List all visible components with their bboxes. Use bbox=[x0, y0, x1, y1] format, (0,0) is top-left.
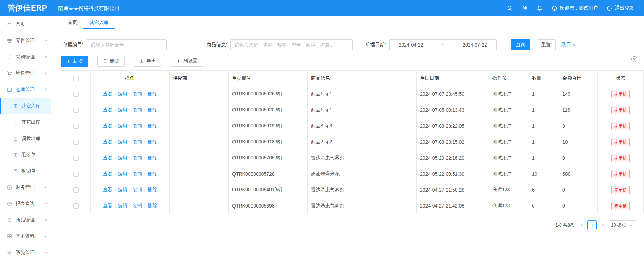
row-action-view[interactable]: 查看 bbox=[103, 139, 112, 144]
row-action-copy[interactable]: 复制 bbox=[133, 187, 142, 192]
order-no-input[interactable] bbox=[87, 39, 167, 50]
export-button[interactable]: 导出 bbox=[134, 56, 161, 67]
row-action-edit[interactable]: 编辑 bbox=[118, 171, 127, 176]
row-action-delete[interactable]: 删除 bbox=[147, 155, 157, 160]
date-to-value[interactable]: 2024-07-22 bbox=[463, 42, 487, 48]
row-action-view[interactable]: 查看 bbox=[103, 203, 112, 208]
help-icon[interactable]: ? bbox=[631, 56, 637, 62]
row-action-edit[interactable]: 编辑 bbox=[118, 123, 127, 128]
next-page-arrow[interactable]: > bbox=[600, 222, 604, 228]
row-action-copy[interactable]: 复制 bbox=[133, 91, 142, 96]
row-action-view[interactable]: 查看 bbox=[103, 107, 112, 112]
select-all-checkbox[interactable] bbox=[73, 76, 79, 81]
bank-icon[interactable] bbox=[522, 5, 528, 11]
action-separator: | bbox=[144, 91, 145, 96]
sidebar-item-home[interactable]: 首页 bbox=[0, 16, 51, 33]
export-button-label: 导出 bbox=[146, 58, 156, 64]
sidebar-item-finance[interactable]: 财务管理 bbox=[0, 179, 51, 196]
page-size-value: 10 条/页 bbox=[611, 222, 627, 228]
row-action-edit[interactable]: 编辑 bbox=[118, 203, 127, 208]
warehouse-box-icon bbox=[7, 87, 12, 92]
logout-button[interactable]: 退出登录 bbox=[607, 5, 634, 11]
row-action-delete[interactable]: 删除 bbox=[147, 187, 157, 192]
reset-button[interactable]: 重置 bbox=[537, 39, 556, 50]
row-checkbox[interactable] bbox=[73, 203, 79, 209]
row-action-edit[interactable]: 编辑 bbox=[118, 107, 127, 112]
sidebar-item-basic-data[interactable]: 基本资料 bbox=[0, 228, 51, 245]
row-checkbox[interactable] bbox=[73, 124, 79, 129]
row-action-view[interactable]: 查看 bbox=[103, 171, 112, 176]
status-badge: 未审核 bbox=[611, 154, 630, 162]
product-info-input[interactable] bbox=[230, 39, 353, 50]
row-action-view[interactable]: 查看 bbox=[103, 155, 112, 160]
row-checkbox[interactable] bbox=[73, 108, 79, 113]
row-action-edit[interactable]: 编辑 bbox=[118, 91, 127, 96]
page-number-button[interactable]: 1 bbox=[587, 220, 597, 230]
sidebar-item-warehouse[interactable]: 仓库管理 bbox=[0, 82, 51, 98]
sidebar-item-label: 基本资料 bbox=[16, 233, 35, 239]
search-icon[interactable] bbox=[507, 5, 513, 11]
add-button-label: 新增 bbox=[73, 58, 83, 64]
prev-page-arrow[interactable]: < bbox=[580, 222, 584, 228]
row-action-view[interactable]: 查看 bbox=[103, 123, 112, 128]
sidebar-item-other-outbound[interactable]: 其它出库 bbox=[0, 114, 51, 130]
row-action-copy[interactable]: 复制 bbox=[133, 171, 142, 176]
action-separator: | bbox=[144, 155, 145, 160]
row-action-copy[interactable]: 复制 bbox=[133, 155, 142, 160]
row-checkbox[interactable] bbox=[73, 172, 79, 177]
sidebar-item-system[interactable]: 系统管理 bbox=[0, 245, 51, 261]
page-size-select[interactable]: 10 条/页 bbox=[608, 220, 636, 230]
row-action-delete[interactable]: 删除 bbox=[147, 171, 157, 176]
sidebar-item-assembly[interactable]: 组装单 bbox=[0, 147, 51, 163]
row-action-copy[interactable]: 复制 bbox=[133, 139, 142, 144]
qty-cell: 1 bbox=[528, 150, 559, 166]
operator-cell: 测试用户 bbox=[489, 166, 528, 182]
row-actions-cell: 查看|编辑|复制|删除 bbox=[91, 134, 170, 150]
row-action-copy[interactable]: 复制 bbox=[133, 107, 142, 112]
tab-other-inbound[interactable]: 其它入库 bbox=[83, 16, 115, 29]
welcome-user[interactable]: 欢迎您，测试用户 bbox=[552, 5, 598, 11]
row-actions-cell: 查看|编辑|复制|删除 bbox=[91, 86, 170, 102]
sidebar-item-disassembly[interactable]: 拆卸单 bbox=[0, 163, 51, 179]
row-action-view[interactable]: 查看 bbox=[103, 91, 112, 96]
qty-cell: 10 bbox=[528, 166, 559, 182]
delete-button[interactable]: 删除 bbox=[97, 56, 125, 67]
sidebar-item-transfer-outbound[interactable]: 调拨出库 bbox=[0, 130, 51, 147]
add-button[interactable]: 新增 bbox=[61, 56, 88, 67]
sidebar-item-purchase[interactable]: 采购管理 bbox=[0, 49, 51, 65]
row-action-delete[interactable]: 删除 bbox=[147, 91, 157, 96]
column-settings-button[interactable]: 列设置 bbox=[171, 56, 203, 67]
sidebar-item-sales[interactable]: 销售管理 bbox=[0, 65, 51, 82]
sidebar: 首页 零售管理 采购管理 销售管理 仓库管理 其它入库 其它出库 调拨出库 组装… bbox=[0, 16, 51, 270]
row-action-delete[interactable]: 删除 bbox=[147, 107, 157, 112]
order-no-cell: QTRK00000005398 bbox=[229, 198, 308, 214]
sidebar-item-other-inbound[interactable]: 其它入库 bbox=[0, 98, 51, 114]
row-checkbox[interactable] bbox=[73, 140, 79, 145]
amount-cell: 0 bbox=[559, 150, 598, 166]
expand-link[interactable]: 展开 bbox=[561, 42, 576, 48]
row-action-edit[interactable]: 编辑 bbox=[118, 139, 127, 144]
row-action-delete[interactable]: 删除 bbox=[147, 139, 157, 144]
row-checkbox[interactable] bbox=[73, 92, 79, 97]
date-range-picker[interactable]: 2024-04-22 ~ 2024-07-22 bbox=[389, 39, 497, 50]
row-action-view[interactable]: 查看 bbox=[103, 187, 112, 192]
search-button[interactable]: 查询 bbox=[511, 39, 530, 50]
row-action-copy[interactable]: 复制 bbox=[133, 123, 142, 128]
row-action-delete[interactable]: 删除 bbox=[147, 203, 157, 208]
row-action-edit[interactable]: 编辑 bbox=[118, 187, 127, 192]
row-checkbox[interactable] bbox=[73, 187, 79, 193]
row-action-delete[interactable]: 删除 bbox=[147, 123, 157, 128]
row-actions-cell: 查看|编辑|复制|删除 bbox=[91, 166, 170, 182]
row-actions-cell: 查看|编辑|复制|删除 bbox=[91, 182, 170, 198]
row-action-copy[interactable]: 复制 bbox=[133, 203, 142, 208]
bell-icon[interactable] bbox=[537, 5, 543, 11]
sidebar-item-goods[interactable]: 商品管理 bbox=[0, 212, 51, 228]
document-icon bbox=[13, 169, 18, 174]
date-from-value[interactable]: 2024-04-22 bbox=[399, 42, 423, 48]
row-checkbox[interactable] bbox=[73, 156, 79, 161]
action-separator: | bbox=[144, 139, 145, 144]
tab-home[interactable]: 首页 bbox=[62, 16, 83, 29]
sidebar-item-reports[interactable]: 报表查询 bbox=[0, 196, 51, 212]
sidebar-item-retail[interactable]: 零售管理 bbox=[0, 33, 51, 49]
row-action-edit[interactable]: 编辑 bbox=[118, 155, 127, 160]
